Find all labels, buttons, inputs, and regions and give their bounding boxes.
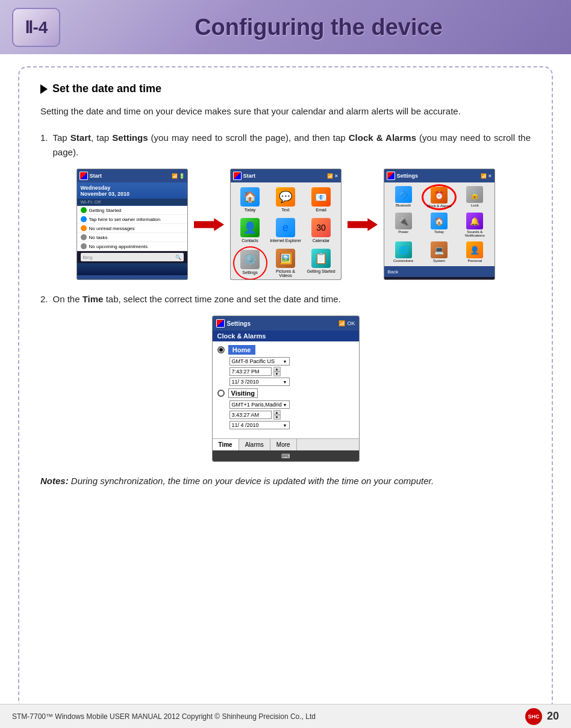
page-title: Configuring the device: [78, 14, 559, 40]
ss1-contacts: Contacts: [164, 278, 184, 281]
home-time-down[interactable]: ▼: [273, 372, 281, 376]
arrow-2: [348, 216, 378, 234]
step-1: 1. Tap Start, tap Settings (you may need…: [40, 131, 531, 160]
section-title: Set the date and time: [40, 82, 531, 95]
ss1-item-4: No tasks: [77, 233, 187, 242]
home-date-dropdown[interactable]: 11/ 3 /2010 ▼: [229, 378, 290, 386]
ss3-today-label: Today: [434, 230, 444, 234]
signal-icon: 📶: [172, 173, 178, 179]
home-date-row: 11/ 3 /2010 ▼: [229, 378, 354, 386]
visiting-timezone-text: GMT+1 Paris,Madrid: [232, 402, 282, 408]
ss3-signal-icon: 📶: [481, 173, 487, 179]
page-header: Ⅱ-4 Configuring the device: [0, 0, 571, 54]
notes-label: Notes:: [40, 476, 69, 486]
ss2-icon-settings: ⚙️ Settings: [233, 246, 267, 280]
ss1-item-3-text: No unread messages: [89, 226, 135, 231]
ss1-item-3: No unread messages: [77, 224, 187, 233]
ss1-title-text: Start: [90, 173, 102, 179]
ss1-titlebar-icons: 📶 🔋: [172, 173, 185, 179]
ss2-icon-email: 📧 Email: [304, 185, 339, 214]
clock-keyboard-bar: ⌨: [213, 450, 359, 461]
ss2-calendar-label: Calendar: [313, 238, 329, 243]
home-label[interactable]: Home: [228, 345, 255, 355]
visiting-date-row: 11/ 4 /2010 ▼: [229, 421, 354, 429]
visiting-time-up[interactable]: ▲: [273, 410, 281, 415]
visiting-time-stepper[interactable]: ▲ ▼: [273, 410, 281, 420]
home-field-group: GMT-8 Pacific US ▼ 7:43:27 PM ▲ ▼ 11: [229, 357, 354, 386]
appointments-icon: [81, 243, 87, 249]
battery-icon: 🔋: [179, 173, 185, 179]
ss3-grid: 🔷 Bluetooth ⏰ Clock & Alarms 🔒 Lock 🔌 Po…: [384, 182, 495, 266]
clock-titlebar-right: 📶 OK: [339, 320, 355, 326]
tab-alarms[interactable]: Alarms: [239, 439, 270, 450]
clock-home-row: Home: [217, 345, 354, 355]
tab-more[interactable]: More: [270, 439, 297, 450]
clock-body: Home GMT-8 Pacific US ▼ 7:43:27 PM ▲: [213, 341, 359, 435]
text-icon: 💬: [276, 187, 295, 207]
ss2-icon-contacts: 👤 Contacts: [233, 216, 267, 245]
clock-settings-container: Settings 📶 OK Clock & Alarms Home: [40, 316, 531, 462]
bluetooth-icon: 🔷: [395, 186, 412, 203]
connections-icon: 🌐: [395, 241, 412, 258]
home-time-field[interactable]: 7:43:27 PM: [229, 367, 272, 376]
ss2-email-label: Email: [316, 208, 326, 212]
step-2-bold-time: Time: [83, 294, 104, 304]
step-1-number: 1.: [40, 131, 48, 160]
visiting-time-down[interactable]: ▼: [273, 415, 281, 420]
visiting-time-row: 3:43:27 AM ▲ ▼: [229, 410, 354, 420]
ss2-close-icon: ✕: [334, 173, 339, 179]
ss3-titlebar-icons: 📶 ✕: [481, 173, 492, 179]
home-date-arrow: ▼: [283, 380, 287, 384]
home-time-stepper[interactable]: ▲ ▼: [273, 367, 281, 376]
triangle-icon: [40, 84, 48, 94]
ss1-search[interactable]: Bing 🔍: [81, 253, 184, 261]
ss2-today-label: Today: [245, 208, 256, 212]
ss1-item-5-text: No upcoming appointments: [89, 244, 148, 249]
ss3-lock: 🔒 Lock: [457, 184, 492, 210]
ss3-sounds: 🔔 Sounds & Notifications: [457, 211, 492, 239]
home-radio[interactable]: [217, 346, 225, 353]
screenshot-start-menu: Start 📶 🔋 Wednesday November 03, 2010 Wi…: [76, 169, 188, 280]
visiting-date-dropdown[interactable]: 11/ 4 /2010 ▼: [229, 421, 290, 429]
ss1-date-area: Wednesday November 03, 2010: [77, 182, 187, 199]
home-timezone-text: GMT-8 Pacific US: [232, 358, 275, 364]
visiting-field-group: GMT+1 Paris,Madrid ▼ 3:43:27 AM ▲ ▼: [229, 400, 354, 429]
ss3-power: 🔌 Power: [386, 211, 421, 239]
visiting-radio[interactable]: [217, 390, 225, 397]
clock-header: Clock & Alarms: [213, 331, 359, 341]
screenshot-settings-icons: Settings 📶 ✕ 🔷 Bluetooth ⏰ Clock & Alarm…: [384, 169, 495, 280]
ss1-bg: [77, 263, 187, 275]
screenshots-row: Start 📶 🔋 Wednesday November 03, 2010 Wi…: [40, 169, 531, 280]
ss2-getting-started-label: Getting Started: [307, 269, 335, 273]
visiting-label[interactable]: Visiting: [228, 388, 258, 398]
ss1-bottom-bar: Calendar Contacts: [77, 275, 187, 280]
home-timezone-arrow: ▼: [283, 359, 287, 364]
ss3-windows-flag-icon: [387, 172, 395, 180]
tab-time[interactable]: Time: [213, 439, 239, 450]
svg-marker-1: [348, 218, 378, 231]
chapter-badge: Ⅱ-4: [12, 8, 60, 47]
ss3-personal: 👤 Personal: [457, 240, 492, 264]
ss3-titlebar: Settings 📶 ✕: [384, 169, 495, 182]
ss3-title-text: Settings: [397, 173, 419, 179]
notes-section: Notes: During synchronization, the time …: [40, 474, 531, 488]
search-icon: 🔍: [175, 255, 181, 260]
ss1-item-2-text: Tap here to set owner information: [89, 217, 161, 222]
ss2-title-text: Start: [243, 173, 256, 179]
ss2-windows-flag-icon: [233, 172, 242, 180]
clock-ok-icon: OK: [347, 320, 355, 326]
keyboard-icon: ⌨: [281, 453, 290, 459]
home-time-row: 7:43:27 PM ▲ ▼: [229, 367, 354, 376]
visiting-timezone-dropdown[interactable]: GMT+1 Paris,Madrid ▼: [229, 400, 290, 409]
home-timezone-dropdown[interactable]: GMT-8 Pacific US ▼: [229, 357, 290, 366]
home-time-up[interactable]: ▲: [273, 367, 281, 372]
personal-icon: 👤: [466, 241, 483, 258]
visiting-date-arrow: ▼: [283, 423, 287, 428]
today-icon: 🏠: [240, 187, 260, 207]
visiting-date-text: 11/ 4 /2010: [232, 422, 259, 428]
ss3-titlebar-left: Settings: [387, 172, 419, 180]
visiting-time-field[interactable]: 3:43:27 AM: [229, 411, 272, 419]
clock-settings-screenshot: Settings 📶 OK Clock & Alarms Home: [212, 316, 360, 462]
ss2-text-label: Text: [282, 208, 290, 212]
ss2-icon-calendar: 30 Calendar: [304, 216, 339, 245]
